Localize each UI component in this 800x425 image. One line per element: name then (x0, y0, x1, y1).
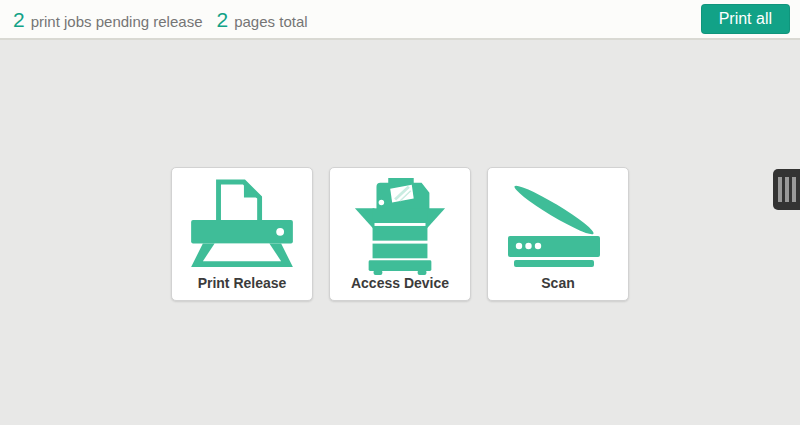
scanner-icon (488, 168, 628, 276)
pending-jobs-stat: 2 print jobs pending release (13, 9, 202, 30)
pending-jobs-count: 2 (13, 9, 25, 30)
card-label: Scan (541, 276, 574, 290)
pages-total-label: pages total (234, 13, 307, 30)
drawer-handle[interactable] (773, 169, 800, 210)
header-bar: 2 print jobs pending release 2 pages tot… (0, 0, 800, 40)
card-label: Access Device (351, 276, 449, 290)
print-all-button[interactable]: Print all (701, 4, 790, 34)
printer-icon (172, 168, 312, 276)
card-label: Print Release (198, 276, 287, 290)
drawer-grip-icon (778, 177, 782, 202)
pages-total-stat: 2 pages total (216, 9, 307, 30)
card-access-device[interactable]: Access Device (329, 167, 471, 301)
drawer-grip-icon (785, 177, 789, 202)
copier-icon (330, 168, 470, 276)
main-area: Print Release (0, 42, 800, 425)
action-cards-row: Print Release (171, 167, 629, 301)
pages-total-count: 2 (216, 9, 228, 30)
card-print-release[interactable]: Print Release (171, 167, 313, 301)
card-scan[interactable]: Scan (487, 167, 629, 301)
pending-jobs-label: print jobs pending release (31, 13, 203, 30)
drawer-grip-icon (792, 177, 796, 202)
